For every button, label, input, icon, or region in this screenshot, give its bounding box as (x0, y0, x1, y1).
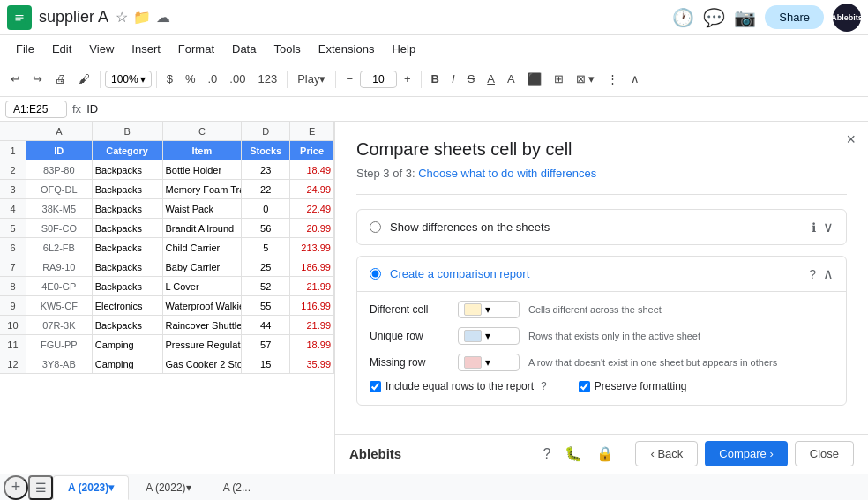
cell-0[interactable]: 83P-80 (26, 160, 93, 180)
close-button[interactable]: Close (795, 441, 854, 466)
share-button[interactable]: Share (765, 5, 824, 29)
cell-b1[interactable]: Category (93, 141, 163, 160)
star-icon[interactable]: ☆ (116, 9, 128, 26)
menu-view[interactable]: View (80, 39, 123, 59)
collapse-button[interactable]: ∧ (625, 69, 645, 89)
cell-0[interactable]: 07R-3K (26, 316, 93, 335)
option1-radio[interactable] (370, 221, 381, 233)
help-button[interactable]: ? (536, 443, 558, 466)
cell-0[interactable]: KW5-CF (26, 296, 93, 316)
undo-button[interactable]: ↩ (5, 69, 26, 89)
cell-2[interactable]: Memory Foam Travel Pillow (163, 180, 243, 199)
menu-help[interactable]: Help (383, 39, 424, 59)
cell-3[interactable]: 25 (242, 257, 290, 277)
sheet-tab-a2023[interactable]: A (2023) ▾ (53, 475, 129, 500)
col-header-d[interactable]: D (242, 122, 290, 141)
cell-1[interactable]: Backpacks (93, 277, 163, 296)
folder-icon[interactable]: 📁 (133, 9, 151, 26)
missing-row-color-picker[interactable]: ▾ (458, 354, 520, 371)
cell-4[interactable]: 35.99 (290, 354, 334, 374)
italic-button[interactable]: I (446, 69, 460, 89)
option2-header[interactable]: Create a comparison report ? ∧ (357, 257, 846, 291)
cell-1[interactable]: Backpacks (93, 180, 163, 199)
menu-data[interactable]: Data (223, 39, 265, 59)
cell-1[interactable]: Camping (93, 335, 163, 354)
increase-decimal-button[interactable]: .00 (224, 69, 251, 89)
col-header-e[interactable]: E (290, 122, 334, 141)
cell-4[interactable]: 21.99 (290, 316, 334, 335)
menu-edit[interactable]: Edit (43, 39, 80, 59)
cell-1[interactable]: Backpacks (93, 199, 163, 219)
cell-2[interactable]: Raincover Shuttle (163, 316, 243, 335)
history-icon[interactable]: 🕐 (672, 7, 694, 28)
cell-3[interactable]: 22 (242, 180, 290, 199)
highlight-button[interactable]: ⬛ (522, 69, 547, 89)
format-123-button[interactable]: 123 (252, 69, 282, 89)
cloud-icon[interactable]: ☁ (156, 9, 170, 26)
cell-c1[interactable]: Item (163, 141, 243, 160)
paint-format-button[interactable]: 🖌 (73, 69, 95, 89)
cell-3[interactable]: 15 (242, 354, 290, 374)
cell-1[interactable]: Backpacks (93, 219, 163, 238)
cell-2[interactable]: Gas Cooker 2 Stoves (163, 354, 243, 374)
font-size-field[interactable]: 10 (360, 71, 397, 88)
menu-tools[interactable]: Tools (265, 39, 309, 59)
cell-4[interactable]: 213.99 (290, 238, 334, 257)
menu-file[interactable]: File (7, 39, 43, 59)
option2-radio[interactable] (370, 268, 381, 280)
preserve-formatting-checkbox[interactable] (579, 381, 590, 392)
menu-format[interactable]: Format (169, 39, 223, 59)
cell-4[interactable]: 18.99 (290, 335, 334, 354)
merge-button[interactable]: ⊠ ▾ (571, 69, 601, 89)
sheet-menu-button[interactable]: ☰ (28, 475, 53, 500)
cell-2[interactable]: Bottle Holder (163, 160, 243, 180)
underline-button[interactable]: A (482, 69, 500, 89)
back-button[interactable]: ‹ Back (635, 441, 698, 466)
cell-0[interactable]: OFQ-DL (26, 180, 93, 199)
col-header-a[interactable]: A (26, 122, 93, 141)
percent-button[interactable]: % (180, 69, 201, 89)
sheet-tab-a2[interactable]: A (2... (208, 475, 266, 500)
cell-1[interactable]: Backpacks (93, 160, 163, 180)
text-color-button[interactable]: A (502, 69, 520, 89)
option1-info-icon[interactable]: ℹ (812, 220, 816, 235)
cell-1[interactable]: Backpacks (93, 257, 163, 277)
cell-0[interactable]: 3Y8-AB (26, 354, 93, 374)
col-header-b[interactable]: B (93, 122, 163, 141)
cell-2[interactable]: Waterproof Walkie Talkie (163, 296, 243, 316)
cell-4[interactable]: 21.99 (290, 277, 334, 296)
cell-0[interactable]: S0F-CO (26, 219, 93, 238)
lock-button[interactable]: 🔒 (589, 442, 621, 466)
currency-button[interactable]: $ (161, 69, 178, 89)
cell-0[interactable]: RA9-10 (26, 257, 93, 277)
cell-3[interactable]: 56 (242, 219, 290, 238)
cell-0[interactable]: FGU-PP (26, 335, 93, 354)
option2-help-icon[interactable]: ? (809, 267, 816, 281)
font-selector[interactable]: Play ▾ (292, 69, 331, 89)
cell-0[interactable]: 6L2-FB (26, 238, 93, 257)
bug-button[interactable]: 🐛 (557, 442, 589, 466)
cell-e1[interactable]: Price (290, 141, 334, 160)
redo-button[interactable]: ↪ (27, 69, 48, 89)
print-button[interactable]: 🖨 (49, 69, 71, 89)
add-sheet-button[interactable]: + (4, 475, 28, 500)
cell-a1[interactable]: ID (26, 141, 93, 160)
cell-1[interactable]: Backpacks (93, 316, 163, 335)
cell-4[interactable]: 186.99 (290, 257, 334, 277)
option1-header[interactable]: Show differences on the sheets ℹ ∨ (357, 210, 846, 244)
formula-input[interactable]: ID (86, 102, 863, 116)
cell-3[interactable]: 0 (242, 199, 290, 219)
cell-3[interactable]: 44 (242, 316, 290, 335)
cell-2[interactable]: Pressure Regulator Kit (163, 335, 243, 354)
sheet-tab-a2022[interactable]: A (2022) ▾ (131, 475, 206, 500)
decrease-size-button[interactable]: − (340, 69, 358, 89)
cell-4[interactable]: 22.49 (290, 199, 334, 219)
cell-reference[interactable]: A1:E25 (5, 101, 67, 118)
cell-3[interactable]: 5 (242, 238, 290, 257)
cell-d1[interactable]: Stocks (242, 141, 290, 160)
include-equal-rows-checkbox[interactable] (370, 381, 381, 392)
cell-3[interactable]: 52 (242, 277, 290, 296)
cell-1[interactable]: Electronics (93, 296, 163, 316)
cell-2[interactable]: Waist Pack (163, 199, 243, 219)
cell-1[interactable]: Backpacks (93, 238, 163, 257)
